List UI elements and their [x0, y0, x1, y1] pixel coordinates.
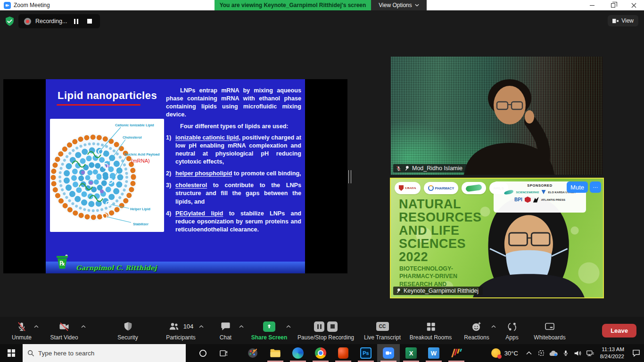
action-center-button[interactable] [628, 344, 644, 362]
system-tray: 30°C 11:13 AM 8/24/2022 [491, 344, 644, 362]
rx-pharmacy-icon: ℞ [55, 254, 70, 271]
label-cationic-ionizable-lipid: Cationic Ionizable Lipid [115, 123, 154, 127]
view-layout-button[interactable]: View [608, 15, 638, 26]
taskbar-photoshop-app[interactable]: Ps [355, 344, 377, 362]
apps-button[interactable]: Apps [498, 317, 526, 344]
zoom-meeting-window: Zoom Meeting You are viewing Keynote_Gar… [0, 0, 644, 362]
chat-menu-caret[interactable] [239, 321, 244, 330]
video-menu-caret[interactable] [81, 321, 86, 330]
slide-title: Lipid nanoparticles [58, 90, 157, 102]
moderator-person [391, 57, 603, 175]
pause-recording-button[interactable] [71, 17, 81, 25]
cortana-button[interactable] [192, 344, 213, 362]
taskbar-edge-app[interactable] [287, 344, 309, 362]
video-tile-moderator[interactable]: Mod_Ridho Islamie [391, 57, 603, 175]
panel-resize-handle[interactable] [348, 170, 351, 183]
elokarsa-logo-icon [542, 190, 546, 194]
whiteboards-button[interactable]: Whiteboards [526, 317, 573, 344]
start-video-button[interactable]: Start Video [41, 317, 88, 344]
chat-button[interactable]: Chat [206, 317, 246, 344]
weather-temp[interactable]: 30°C [504, 350, 518, 357]
mute-participant-button[interactable]: Mute [567, 181, 588, 193]
photoshop-icon: Ps [360, 347, 372, 359]
excel-icon: X [405, 347, 417, 359]
edge-icon [292, 347, 304, 359]
minimize-icon [590, 5, 594, 6]
reactions-button[interactable]: Reactions [455, 317, 498, 344]
taskbar-chrome-app[interactable] [309, 344, 332, 362]
taskbar-zoom-app[interactable] [377, 344, 400, 362]
snip-tool-tray-icon[interactable] [535, 344, 547, 362]
share-menu-caret[interactable] [286, 321, 291, 330]
participant-name: Mod_Ridho Islamie [412, 165, 462, 172]
search-input[interactable] [38, 350, 175, 357]
file-explorer-icon [270, 348, 281, 358]
label-helper-lipid: Helper Lipid [130, 207, 150, 211]
poster-title: NATURAL RESOURCES AND LIFE SCIENCES 2022 [399, 197, 482, 263]
slide-author: Garnpimol C. Ritthidej [76, 264, 157, 272]
window-titlebar: Zoom Meeting You are viewing Keynote_Gar… [0, 0, 644, 10]
task-view-button[interactable] [213, 344, 234, 362]
cc-icon: CC [376, 322, 389, 331]
taskbar-word-app[interactable]: W [422, 344, 445, 362]
tray-chevron-up[interactable] [523, 344, 535, 362]
live-transcript-button[interactable]: CC Live Transcript [359, 317, 406, 344]
item-term: helper phospholipid [175, 170, 232, 177]
video-off-icon [58, 321, 70, 332]
start-button[interactable] [0, 344, 23, 362]
close-button[interactable] [623, 0, 644, 10]
date: 8/24/2022 [600, 353, 624, 360]
mic-tray-icon[interactable] [560, 344, 572, 362]
item-term: PEGylated lipid [175, 210, 223, 217]
participants-button[interactable]: 104 Participants [156, 317, 206, 344]
office-icon [338, 347, 348, 359]
meeting-info-shield-icon[interactable] [5, 16, 15, 27]
restore-button[interactable] [603, 0, 623, 10]
mic-muted-icon [396, 165, 402, 172]
weather-icon[interactable] [491, 348, 501, 358]
slide-list-item: 1) ionizable cationic lipid, positively … [166, 134, 301, 166]
stop-icon [87, 19, 92, 24]
cortana-icon [199, 349, 207, 357]
breakout-rooms-icon [426, 321, 436, 332]
video-tile-keynote[interactable]: UBAYA PHARMACY NRLS SPONSORED SCIENCEWER… [390, 178, 604, 298]
participants-menu-caret[interactable] [199, 321, 204, 330]
reactions-menu-caret[interactable] [491, 321, 496, 330]
stripes-app-icon [451, 347, 462, 359]
taskbar-file-explorer-app[interactable] [264, 344, 287, 362]
viewing-banner: You are viewing Keynote_Garnpimol Ritthi… [215, 0, 371, 10]
stop-recording-button[interactable] [85, 17, 94, 25]
taskbar-office-app[interactable] [332, 344, 355, 362]
security-button[interactable]: Security [99, 317, 156, 344]
taskbar-excel-app[interactable]: X [400, 344, 422, 362]
taskbar-paint-app[interactable] [241, 344, 264, 362]
onedrive-tray-icon[interactable] [547, 344, 560, 362]
item-number: 2) [166, 170, 175, 178]
more-options-button[interactable]: ⋯ [590, 181, 601, 193]
recording-strip: Recording... [5, 14, 100, 28]
volume-tray-icon[interactable] [572, 344, 584, 362]
presentation-slide: Lipid nanoparticles [46, 79, 305, 273]
view-button-label: View [621, 17, 634, 24]
slide-list-item: 4) PEGylated lipid to stabilize LNPs and… [166, 210, 301, 234]
slide-paragraph-2: Four different types of lipids are used: [166, 123, 301, 131]
ubaya-label: UBAYA [405, 186, 416, 190]
meeting-toolbar: Unmute Start Video Security 104 Particip… [0, 317, 644, 344]
pause-recording-icon [314, 321, 324, 332]
taskbar-clock[interactable]: 11:13 AM 8/24/2022 [600, 346, 624, 360]
task-view-icon [220, 350, 228, 357]
pharmacy-logo-pill: PHARMACY [424, 182, 458, 194]
pause-stop-recording-button[interactable]: Pause/Stop Recording [293, 317, 359, 344]
view-options-button[interactable]: View Options [371, 0, 427, 10]
apps-icon [507, 321, 518, 332]
share-screen-button[interactable]: Share Screen [246, 317, 293, 344]
minimize-button[interactable] [582, 0, 603, 10]
taskbar-search[interactable] [23, 344, 186, 362]
unmute-button[interactable]: Unmute [3, 317, 41, 344]
taskbar-stripes-app[interactable] [445, 344, 468, 362]
leave-button[interactable]: Leave [602, 324, 636, 337]
windows-logo-icon [8, 349, 15, 357]
network-tray-icon[interactable] [584, 344, 596, 362]
breakout-rooms-button[interactable]: Breakout Rooms [406, 317, 455, 344]
unmute-menu-caret[interactable] [34, 321, 39, 330]
